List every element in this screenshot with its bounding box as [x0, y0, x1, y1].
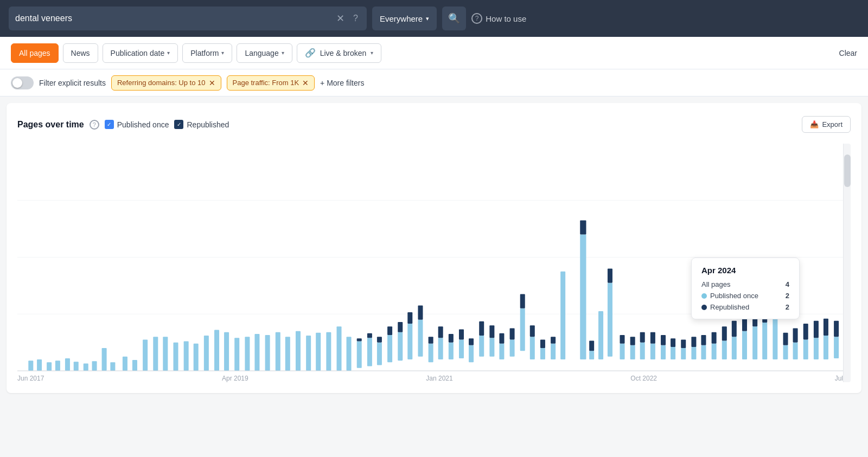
referring-domains-close-button[interactable]: ✕: [209, 79, 215, 87]
x-axis-label-4: Oct 2022: [630, 375, 657, 382]
svg-rect-57: [459, 330, 464, 340]
x-axis: Jun 2017 Apr 2019 Jan 2021 Oct 2022 Jul: [17, 371, 843, 382]
svg-rect-66: [510, 339, 515, 356]
x-axis-label-5: Jul: [835, 375, 843, 382]
svg-rect-98: [691, 347, 696, 359]
svg-rect-73: [540, 339, 545, 348]
republished-checkbox[interactable]: ✓: [174, 120, 183, 129]
page-traffic-tag: Page traffic: From 1K ✕: [227, 75, 315, 91]
chevron-down-icon: ▾: [221, 50, 224, 56]
chart-scrollbar[interactable]: [843, 144, 851, 382]
tooltip-all-pages-row: All pages 4: [701, 280, 789, 288]
svg-rect-122: [814, 338, 819, 359]
svg-rect-56: [459, 339, 464, 358]
svg-rect-22: [214, 330, 219, 371]
filters-bar: All pages News Publication date ▾ Platfo…: [0, 37, 868, 69]
svg-rect-82: [608, 283, 612, 357]
news-label: News: [71, 49, 90, 57]
more-filters-button[interactable]: + More filters: [320, 79, 364, 87]
search-button[interactable]: 🔍: [442, 7, 466, 30]
svg-rect-3: [28, 361, 33, 371]
chevron-down-icon: ▾: [282, 50, 284, 56]
svg-rect-37: [357, 338, 362, 341]
svg-rect-75: [551, 337, 556, 344]
published-once-checkbox-label[interactable]: ✓ Published once: [105, 120, 169, 129]
svg-rect-54: [449, 343, 454, 359]
svg-rect-92: [661, 345, 666, 359]
location-selector[interactable]: Everywhere ▾: [372, 7, 437, 30]
svg-rect-5: [47, 362, 52, 371]
svg-rect-64: [499, 344, 504, 359]
svg-rect-121: [803, 324, 808, 339]
svg-rect-100: [701, 345, 706, 359]
platform-filter[interactable]: Platform ▾: [182, 43, 232, 63]
svg-rect-116: [783, 345, 788, 359]
tooltip-republished-label: Republished: [710, 303, 749, 311]
search-input[interactable]: [15, 14, 330, 23]
svg-rect-28: [276, 332, 280, 371]
svg-rect-8: [74, 362, 79, 371]
svg-rect-63: [489, 325, 494, 338]
svg-rect-80: [589, 340, 594, 351]
svg-rect-87: [630, 337, 635, 345]
svg-rect-89: [640, 332, 645, 343]
tooltip-title: Apr 2024: [701, 266, 789, 275]
tooltip-published-once-value: 2: [786, 292, 789, 300]
svg-rect-51: [429, 337, 433, 344]
svg-rect-101: [701, 335, 706, 345]
svg-rect-123: [814, 321, 819, 338]
export-button[interactable]: 📥 Export: [802, 116, 851, 133]
svg-rect-79: [589, 351, 594, 359]
scrollbar-thumb[interactable]: [844, 155, 851, 187]
live-broken-filter[interactable]: 🔗 Live & broken ▾: [297, 43, 382, 63]
chart-title-area: Pages over time ? ✓ Published once ✓ Rep…: [17, 120, 229, 130]
svg-rect-124: [824, 336, 828, 359]
svg-rect-119: [793, 328, 798, 342]
svg-rect-58: [469, 345, 474, 362]
svg-rect-93: [661, 335, 666, 345]
export-label: Export: [822, 120, 843, 128]
chart-wrapper: Apr 2024 All pages 4 Published once 2: [17, 144, 851, 382]
svg-rect-83: [608, 268, 612, 282]
clear-search-button[interactable]: ✕: [334, 10, 347, 27]
svg-rect-13: [123, 357, 127, 371]
svg-rect-118: [793, 343, 798, 359]
page-traffic-close-button[interactable]: ✕: [302, 79, 309, 87]
published-once-checkbox[interactable]: ✓: [105, 120, 114, 129]
svg-rect-39: [367, 333, 372, 338]
svg-rect-52: [438, 338, 443, 359]
more-filters-label: + More filters: [320, 79, 364, 87]
republished-label: Republished: [187, 120, 229, 129]
publication-date-filter[interactable]: Publication date ▾: [103, 43, 178, 63]
search-icon: 🔍: [448, 12, 460, 24]
platform-label: Platform: [190, 49, 219, 57]
explicit-filter-toggle[interactable]: [11, 76, 34, 89]
referring-domains-tag: Referring domains: Up to 10 ✕: [111, 75, 221, 91]
svg-rect-40: [377, 343, 382, 365]
language-filter[interactable]: Language ▾: [237, 43, 292, 63]
news-filter[interactable]: News: [63, 43, 98, 63]
svg-rect-31: [306, 336, 311, 371]
clear-button[interactable]: Clear: [839, 49, 857, 57]
svg-rect-85: [620, 335, 624, 344]
how-to-use-button[interactable]: ? How to use: [471, 13, 526, 24]
svg-rect-29: [285, 337, 290, 371]
svg-rect-68: [520, 308, 525, 351]
svg-rect-12: [110, 362, 115, 371]
svg-rect-4: [37, 359, 42, 371]
svg-rect-127: [834, 321, 839, 337]
svg-rect-25: [245, 337, 250, 371]
svg-rect-105: [722, 326, 727, 340]
chart-help-icon[interactable]: ?: [90, 120, 99, 130]
republished-checkbox-label[interactable]: ✓ Republished: [174, 120, 229, 129]
svg-rect-19: [184, 342, 189, 371]
svg-rect-99: [691, 337, 696, 347]
svg-rect-15: [143, 339, 148, 371]
svg-rect-69: [520, 294, 525, 308]
all-pages-filter[interactable]: All pages: [11, 43, 59, 63]
search-help-icon[interactable]: ?: [351, 11, 360, 25]
svg-rect-94: [671, 347, 675, 359]
chart-container: Apr 2024 All pages 4 Published once 2: [17, 144, 843, 371]
svg-rect-26: [254, 334, 259, 371]
svg-rect-14: [132, 360, 137, 371]
